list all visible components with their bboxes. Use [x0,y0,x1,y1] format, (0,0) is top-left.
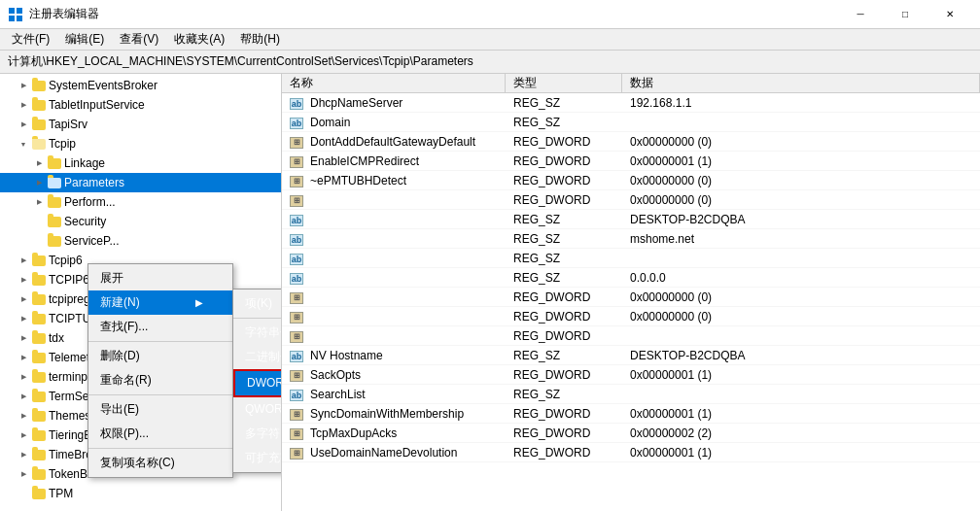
title-bar: 注册表编辑器 ─ □ ✕ [0,0,980,29]
tree-label: Tcpip [47,137,76,151]
value-row[interactable]: ⊞REG_DWORD0x00000000 (0) [282,190,980,210]
maximize-button[interactable]: □ [883,0,928,29]
folder-icon [31,78,47,93]
tree-toggle[interactable] [31,194,47,210]
value-row[interactable]: ⊞DontAddDefaultGatewayDefaultREG_DWORD0x… [282,132,980,152]
submenu-dword[interactable]: DWORD (32 位值(D)) [233,369,282,397]
value-cell-name: ⊞UseDomainNameDevolution [282,445,506,460]
values-list[interactable]: abDhcpNameServerREG_SZ192.168.1.1abDomai… [282,93,980,511]
value-row[interactable]: abSearchListREG_SZ [282,385,980,404]
tree-toggle[interactable] [16,97,31,113]
value-row[interactable]: abREG_SZDESKTOP-B2CDQBA [282,210,980,229]
tree-toggle[interactable] [16,427,31,443]
value-cell-type: REG_DWORD [506,310,622,324]
value-row[interactable]: abNV HostnameREG_SZDESKTOP-B2CDQBA [282,346,980,365]
tree-label: tcpipreg [47,292,90,306]
submenu-string[interactable]: 字符串值(S) [233,321,282,345]
folder-icon [31,447,47,462]
tree-item-Tcpip[interactable]: Tcpip [0,134,281,153]
menu-favorites[interactable]: 收藏夹(A) [166,29,232,50]
value-row[interactable]: ⊞REG_DWORD0x00000000 (0) [282,307,980,326]
value-cell-data: 0x00000001 (1) [622,368,980,382]
value-cell-name: abDomain [282,116,506,129]
tree-toggle[interactable] [16,350,31,365]
submenu-key[interactable]: 项(K) [233,291,282,316]
tree-toggle[interactable] [16,311,31,326]
value-cell-type: REG_SZ [506,96,622,110]
svg-rect-0 [9,8,15,14]
ctx-find[interactable]: 查找(F)... [88,315,232,339]
menu-view[interactable]: 查看(V) [112,29,166,50]
value-row[interactable]: ⊞SackOptsREG_DWORD0x00000001 (1) [282,365,980,385]
tree-toggle[interactable] [16,272,31,288]
value-row[interactable]: ⊞REG_DWORD [282,326,980,346]
value-row[interactable]: ⊞EnableICMPRedirectREG_DWORD0x00000001 (… [282,152,980,171]
folder-icon [31,330,47,346]
tree-item-SystemEventsBroker[interactable]: SystemEventsBroker [0,76,281,95]
col-header-type[interactable]: 类型 [506,74,622,92]
col-header-name[interactable]: 名称 [282,74,506,92]
menu-help[interactable]: 帮助(H) [232,29,288,50]
ctx-new[interactable]: 新建(N) ▶ 项(K) 字符串值(S) 二进制值(B) DWORD (32 位… [88,290,232,315]
submenu-multistring[interactable]: 多字符串值(M) [233,422,282,446]
tree-toggle[interactable] [16,291,31,307]
value-cell-data: 0x00000000 (0) [622,193,980,207]
value-cell-name: ab [282,213,506,226]
tree-toggle[interactable] [16,466,31,482]
tree-toggle[interactable] [16,369,31,385]
tree-item-TapiSrv[interactable]: TapiSrv [0,115,281,134]
value-row[interactable]: ⊞TcpMaxDupAcksREG_DWORD0x00000002 (2) [282,424,980,443]
value-name-label: SyncDomainWithMembership [310,407,464,421]
value-cell-name: ab [282,232,506,246]
tree-toggle[interactable] [31,155,47,171]
minimize-button[interactable]: ─ [838,0,883,29]
ctx-export[interactable]: 导出(E) [88,397,232,422]
submenu-binary[interactable]: 二进制值(B) [233,345,282,369]
value-icon: ⊞ [290,173,306,187]
value-row[interactable]: abREG_SZmshome.net [282,229,980,249]
col-header-data[interactable]: 数据 [622,74,980,92]
tree-item-Perform[interactable]: Perform... [0,192,281,212]
tree-toggle[interactable] [16,447,31,462]
value-cell-name: abDhcpNameServer [282,96,506,110]
submenu-expandstring[interactable]: 可扩充字符串值(E) [233,446,282,470]
value-cell-type: REG_SZ [506,116,622,129]
value-row[interactable]: abREG_SZ0.0.0.0 [282,268,980,288]
folder-icon [31,466,47,482]
tree-toggle[interactable] [16,408,31,424]
value-row[interactable]: ⊞~ePMTUBHDetectREG_DWORD0x00000000 (0) [282,171,980,190]
folder-icon [31,97,47,113]
value-row[interactable]: ⊞REG_DWORD0x00000000 (0) [282,288,980,307]
value-cell-data: DESKTOP-B2CDQBA [622,349,980,362]
tree-item-TabletInputService[interactable]: TabletInputService [0,95,281,115]
value-row[interactable]: abDomainREG_SZ [282,113,980,132]
ctx-permissions[interactable]: 权限(P)... [88,422,232,446]
tree-item-ServiceP[interactable]: ServiceP... [0,231,281,251]
value-row[interactable]: ⊞UseDomainNameDevolutionREG_DWORD0x00000… [282,443,980,462]
value-row[interactable]: abDhcpNameServerREG_SZ192.168.1.1 [282,93,980,113]
menu-edit[interactable]: 编辑(E) [57,29,112,50]
tree-item-Linkage[interactable]: Linkage [0,153,281,173]
value-row[interactable]: abREG_SZ [282,249,980,268]
tree-toggle[interactable] [16,330,31,346]
submenu-qword[interactable]: QWORD (64 位值(Q)) [233,397,282,422]
tree-item-Parameters[interactable]: Parameters [0,173,281,192]
tree-item-Security[interactable]: Security [0,212,281,231]
tree-toggle[interactable] [16,389,31,404]
tree-toggle[interactable] [16,136,31,152]
value-name-label: NV Hostname [310,349,383,362]
folder-icon [31,291,47,307]
ctx-expand[interactable]: 展开 [88,266,232,290]
tree-toggle[interactable] [16,253,31,268]
tree-toggle[interactable] [16,117,31,132]
tree-toggle[interactable] [16,78,31,93]
ctx-rename[interactable]: 重命名(R) [88,368,232,392]
menu-file[interactable]: 文件(F) [4,29,57,50]
close-button[interactable]: ✕ [928,0,972,29]
ctx-delete[interactable]: 删除(D) [88,344,232,368]
ctx-copyname[interactable]: 复制项名称(C) [88,451,232,475]
value-row[interactable]: ⊞SyncDomainWithMembershipREG_DWORD0x0000… [282,404,980,424]
tree-item-TPM[interactable]: TPM [0,484,281,503]
tree-toggle[interactable] [31,175,47,190]
value-cell-name: ab [282,252,506,265]
